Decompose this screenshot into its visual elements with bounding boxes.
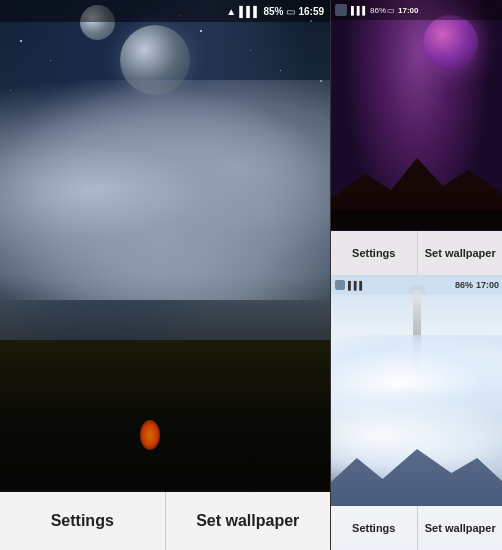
cloud-layer (0, 80, 330, 300)
settings-button-right-bottom[interactable]: Settings (331, 506, 418, 550)
status-bar-right-top: ▌▌▌ 86% ▭ 17:00 (331, 0, 502, 20)
signal-right-top: ▌▌▌ (351, 6, 368, 15)
settings-button-left[interactable]: Settings (0, 492, 166, 550)
status-indicator-right-top (335, 4, 347, 16)
right-bottom-wallpaper: ▌▌▌ 86% 17:00 Settings Set wallpaper (331, 275, 502, 550)
bottom-buttons-right-top: Settings Set wallpaper (331, 231, 502, 275)
fire-glow (140, 420, 160, 450)
time-display-left: 16:59 (298, 6, 324, 17)
battery-icon-right-top: ▭ (387, 6, 395, 15)
right-ground (331, 210, 502, 230)
ground-layer (0, 340, 330, 490)
right-top-wallpaper: ▌▌▌ 86% ▭ 17:00 Settings Set wallpaper (331, 0, 502, 275)
status-bar-left: ▲ ▌▌▌ 85% ▭ 16:59 (0, 0, 330, 22)
set-wallpaper-button-right-top[interactable]: Set wallpaper (418, 231, 503, 275)
settings-button-right-top[interactable]: Settings (331, 231, 418, 275)
battery-right-top: 86% (370, 6, 386, 15)
time-right-bottom: 17:00 (476, 280, 499, 290)
wifi-icon: ▲ (226, 6, 236, 17)
set-wallpaper-button-left[interactable]: Set wallpaper (166, 492, 331, 550)
left-wallpaper-panel: ▲ ▌▌▌ 85% ▭ 16:59 Settings Set wallpaper (0, 0, 330, 550)
time-right-top: 17:00 (398, 6, 418, 15)
status-icon-right-bottom (335, 280, 345, 290)
battery-level: 85% (263, 6, 283, 17)
battery-right-bottom: 86% (455, 280, 473, 290)
bottom-buttons-left: Settings Set wallpaper (0, 492, 330, 550)
right-planet (423, 15, 478, 70)
signal-right-bottom: ▌▌▌ (348, 281, 365, 290)
status-bar-right-bottom: ▌▌▌ 86% 17:00 (331, 275, 502, 295)
set-wallpaper-button-right-bottom[interactable]: Set wallpaper (418, 506, 503, 550)
battery-icon: ▭ (286, 6, 295, 17)
status-icons: ▲ ▌▌▌ 85% ▭ 16:59 (226, 6, 324, 17)
signal-icon: ▌▌▌ (239, 6, 260, 17)
bottom-buttons-right-bottom: Settings Set wallpaper (331, 506, 502, 550)
right-panel: ▌▌▌ 86% ▭ 17:00 Settings Set wallpaper ▌… (330, 0, 502, 550)
